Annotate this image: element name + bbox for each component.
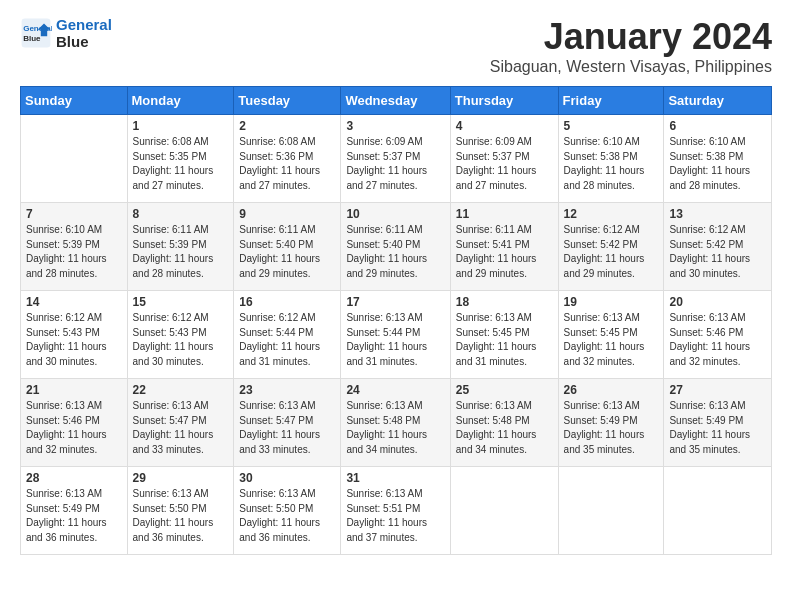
cell-content: Sunrise: 6:13 AMSunset: 5:47 PMDaylight:…: [133, 399, 229, 457]
day-number: 16: [239, 295, 335, 309]
weekday-header-saturday: Saturday: [664, 87, 772, 115]
calendar-cell: 5Sunrise: 6:10 AMSunset: 5:38 PMDaylight…: [558, 115, 664, 203]
day-number: 17: [346, 295, 444, 309]
day-number: 28: [26, 471, 122, 485]
cell-content: Sunrise: 6:12 AMSunset: 5:42 PMDaylight:…: [669, 223, 766, 281]
cell-content: Sunrise: 6:13 AMSunset: 5:48 PMDaylight:…: [456, 399, 553, 457]
calendar-cell: 26Sunrise: 6:13 AMSunset: 5:49 PMDayligh…: [558, 379, 664, 467]
day-number: 13: [669, 207, 766, 221]
calendar-cell: 20Sunrise: 6:13 AMSunset: 5:46 PMDayligh…: [664, 291, 772, 379]
cell-content: Sunrise: 6:11 AMSunset: 5:39 PMDaylight:…: [133, 223, 229, 281]
calendar-cell: 1Sunrise: 6:08 AMSunset: 5:35 PMDaylight…: [127, 115, 234, 203]
cell-content: Sunrise: 6:12 AMSunset: 5:43 PMDaylight:…: [26, 311, 122, 369]
cell-content: Sunrise: 6:11 AMSunset: 5:40 PMDaylight:…: [239, 223, 335, 281]
day-number: 24: [346, 383, 444, 397]
calendar-cell: 13Sunrise: 6:12 AMSunset: 5:42 PMDayligh…: [664, 203, 772, 291]
cell-content: Sunrise: 6:13 AMSunset: 5:50 PMDaylight:…: [239, 487, 335, 545]
cell-content: Sunrise: 6:11 AMSunset: 5:41 PMDaylight:…: [456, 223, 553, 281]
calendar-cell: 16Sunrise: 6:12 AMSunset: 5:44 PMDayligh…: [234, 291, 341, 379]
calendar-cell: 29Sunrise: 6:13 AMSunset: 5:50 PMDayligh…: [127, 467, 234, 555]
calendar-week-row: 21Sunrise: 6:13 AMSunset: 5:46 PMDayligh…: [21, 379, 772, 467]
cell-content: Sunrise: 6:13 AMSunset: 5:46 PMDaylight:…: [26, 399, 122, 457]
calendar-week-row: 7Sunrise: 6:10 AMSunset: 5:39 PMDaylight…: [21, 203, 772, 291]
day-number: 1: [133, 119, 229, 133]
cell-content: Sunrise: 6:09 AMSunset: 5:37 PMDaylight:…: [346, 135, 444, 193]
calendar-cell: 18Sunrise: 6:13 AMSunset: 5:45 PMDayligh…: [450, 291, 558, 379]
day-number: 10: [346, 207, 444, 221]
day-number: 19: [564, 295, 659, 309]
logo-icon: General Blue: [20, 17, 52, 49]
day-number: 20: [669, 295, 766, 309]
svg-text:Blue: Blue: [23, 34, 41, 43]
calendar-cell: [664, 467, 772, 555]
calendar-cell: 14Sunrise: 6:12 AMSunset: 5:43 PMDayligh…: [21, 291, 128, 379]
calendar-cell: 6Sunrise: 6:10 AMSunset: 5:38 PMDaylight…: [664, 115, 772, 203]
cell-content: Sunrise: 6:09 AMSunset: 5:37 PMDaylight:…: [456, 135, 553, 193]
calendar-cell: 22Sunrise: 6:13 AMSunset: 5:47 PMDayligh…: [127, 379, 234, 467]
day-number: 11: [456, 207, 553, 221]
calendar-cell: 30Sunrise: 6:13 AMSunset: 5:50 PMDayligh…: [234, 467, 341, 555]
day-number: 23: [239, 383, 335, 397]
calendar-cell: 8Sunrise: 6:11 AMSunset: 5:39 PMDaylight…: [127, 203, 234, 291]
day-number: 14: [26, 295, 122, 309]
calendar-week-row: 1Sunrise: 6:08 AMSunset: 5:35 PMDaylight…: [21, 115, 772, 203]
cell-content: Sunrise: 6:13 AMSunset: 5:47 PMDaylight:…: [239, 399, 335, 457]
calendar-cell: 31Sunrise: 6:13 AMSunset: 5:51 PMDayligh…: [341, 467, 450, 555]
calendar-cell: 12Sunrise: 6:12 AMSunset: 5:42 PMDayligh…: [558, 203, 664, 291]
calendar-cell: 2Sunrise: 6:08 AMSunset: 5:36 PMDaylight…: [234, 115, 341, 203]
logo: General Blue General Blue: [20, 16, 112, 50]
calendar-cell: 28Sunrise: 6:13 AMSunset: 5:49 PMDayligh…: [21, 467, 128, 555]
calendar-cell: 3Sunrise: 6:09 AMSunset: 5:37 PMDaylight…: [341, 115, 450, 203]
cell-content: Sunrise: 6:13 AMSunset: 5:48 PMDaylight:…: [346, 399, 444, 457]
calendar-cell: 25Sunrise: 6:13 AMSunset: 5:48 PMDayligh…: [450, 379, 558, 467]
day-number: 7: [26, 207, 122, 221]
day-number: 29: [133, 471, 229, 485]
day-number: 31: [346, 471, 444, 485]
calendar-cell: 9Sunrise: 6:11 AMSunset: 5:40 PMDaylight…: [234, 203, 341, 291]
cell-content: Sunrise: 6:13 AMSunset: 5:49 PMDaylight:…: [564, 399, 659, 457]
day-number: 8: [133, 207, 229, 221]
cell-content: Sunrise: 6:12 AMSunset: 5:44 PMDaylight:…: [239, 311, 335, 369]
cell-content: Sunrise: 6:10 AMSunset: 5:39 PMDaylight:…: [26, 223, 122, 281]
calendar-cell: [21, 115, 128, 203]
day-number: 15: [133, 295, 229, 309]
weekday-header-sunday: Sunday: [21, 87, 128, 115]
calendar-cell: 23Sunrise: 6:13 AMSunset: 5:47 PMDayligh…: [234, 379, 341, 467]
day-number: 4: [456, 119, 553, 133]
weekday-header-thursday: Thursday: [450, 87, 558, 115]
cell-content: Sunrise: 6:10 AMSunset: 5:38 PMDaylight:…: [564, 135, 659, 193]
calendar-cell: 19Sunrise: 6:13 AMSunset: 5:45 PMDayligh…: [558, 291, 664, 379]
calendar-cell: 21Sunrise: 6:13 AMSunset: 5:46 PMDayligh…: [21, 379, 128, 467]
weekday-header-wednesday: Wednesday: [341, 87, 450, 115]
weekday-header-friday: Friday: [558, 87, 664, 115]
logo-general: General: [56, 16, 112, 33]
header: General Blue General Blue January 2024 S…: [20, 16, 772, 76]
cell-content: Sunrise: 6:13 AMSunset: 5:51 PMDaylight:…: [346, 487, 444, 545]
cell-content: Sunrise: 6:13 AMSunset: 5:45 PMDaylight:…: [564, 311, 659, 369]
title-area: January 2024 Sibaguan, Western Visayas, …: [490, 16, 772, 76]
cell-content: Sunrise: 6:13 AMSunset: 5:46 PMDaylight:…: [669, 311, 766, 369]
cell-content: Sunrise: 6:13 AMSunset: 5:44 PMDaylight:…: [346, 311, 444, 369]
day-number: 5: [564, 119, 659, 133]
day-number: 30: [239, 471, 335, 485]
day-number: 25: [456, 383, 553, 397]
cell-content: Sunrise: 6:13 AMSunset: 5:49 PMDaylight:…: [26, 487, 122, 545]
day-number: 27: [669, 383, 766, 397]
weekday-header-tuesday: Tuesday: [234, 87, 341, 115]
calendar-week-row: 28Sunrise: 6:13 AMSunset: 5:49 PMDayligh…: [21, 467, 772, 555]
calendar-cell: 10Sunrise: 6:11 AMSunset: 5:40 PMDayligh…: [341, 203, 450, 291]
cell-content: Sunrise: 6:10 AMSunset: 5:38 PMDaylight:…: [669, 135, 766, 193]
cell-content: Sunrise: 6:08 AMSunset: 5:35 PMDaylight:…: [133, 135, 229, 193]
day-number: 3: [346, 119, 444, 133]
weekday-header-monday: Monday: [127, 87, 234, 115]
cell-content: Sunrise: 6:12 AMSunset: 5:43 PMDaylight:…: [133, 311, 229, 369]
day-number: 9: [239, 207, 335, 221]
day-number: 26: [564, 383, 659, 397]
day-number: 18: [456, 295, 553, 309]
calendar-cell: 15Sunrise: 6:12 AMSunset: 5:43 PMDayligh…: [127, 291, 234, 379]
weekday-header-row: SundayMondayTuesdayWednesdayThursdayFrid…: [21, 87, 772, 115]
cell-content: Sunrise: 6:13 AMSunset: 5:50 PMDaylight:…: [133, 487, 229, 545]
location-subtitle: Sibaguan, Western Visayas, Philippines: [490, 58, 772, 76]
calendar-cell: 7Sunrise: 6:10 AMSunset: 5:39 PMDaylight…: [21, 203, 128, 291]
cell-content: Sunrise: 6:11 AMSunset: 5:40 PMDaylight:…: [346, 223, 444, 281]
